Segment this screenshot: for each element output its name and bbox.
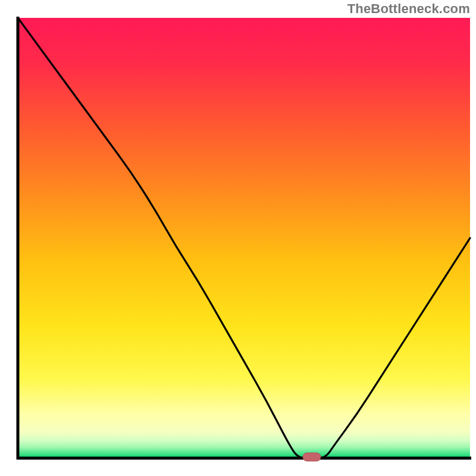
- chart-stage: TheBottleneck.com: [0, 0, 476, 476]
- optimum-marker: [303, 453, 321, 461]
- plot-background: [18, 18, 470, 458]
- watermark-text: TheBottleneck.com: [347, 1, 470, 17]
- chart-svg: [0, 0, 476, 476]
